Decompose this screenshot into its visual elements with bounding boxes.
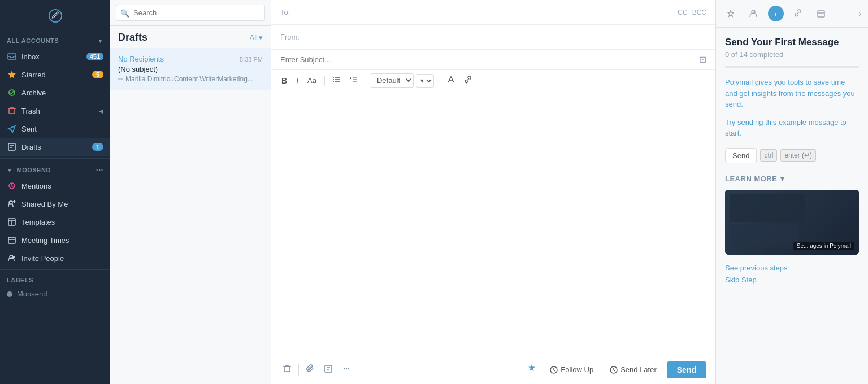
starred-label: Starred bbox=[21, 71, 92, 79]
inbox-badge: 451 bbox=[86, 53, 103, 60]
compose-body[interactable] bbox=[271, 91, 715, 355]
star-icon bbox=[7, 69, 17, 80]
link-button[interactable] bbox=[461, 73, 475, 88]
archive-icon bbox=[7, 88, 17, 98]
sidebar-item-shared-by-me[interactable]: Shared By Me bbox=[0, 195, 110, 213]
pin-panel-icon[interactable] bbox=[723, 6, 739, 21]
templates-label: Templates bbox=[21, 218, 103, 226]
trash-icon bbox=[7, 106, 17, 116]
svg-rect-20 bbox=[818, 11, 824, 17]
moosend-more-icon[interactable]: ··· bbox=[96, 165, 103, 174]
svg-point-15 bbox=[348, 368, 349, 369]
from-input[interactable] bbox=[309, 33, 706, 41]
pencil-icon: ✏ bbox=[118, 76, 123, 83]
panel-description: Polymail gives you tools to save time an… bbox=[725, 77, 859, 110]
bold-button[interactable]: B bbox=[278, 74, 290, 88]
attachment-button[interactable] bbox=[303, 362, 317, 378]
sidebar-item-meeting-times[interactable]: Meeting Times bbox=[0, 231, 110, 249]
labels-section-label: LABELS bbox=[7, 277, 33, 283]
video-thumbnail[interactable]: ▶ Se... ages in Polymail bbox=[725, 190, 859, 255]
sidebar-item-sent[interactable]: Sent bbox=[0, 120, 110, 138]
svg-rect-8 bbox=[8, 219, 15, 225]
sidebar-item-drafts[interactable]: Drafts 1 bbox=[0, 138, 110, 156]
sidebar-item-mentions[interactable]: Mentions bbox=[0, 177, 110, 195]
archive-label: Archive bbox=[21, 89, 103, 97]
sent-icon bbox=[7, 124, 17, 134]
svg-marker-2 bbox=[8, 71, 16, 78]
person-panel-icon[interactable] bbox=[745, 6, 761, 21]
all-accounts-label: ALL ACCOUNTS bbox=[7, 37, 59, 44]
ul-button[interactable] bbox=[329, 73, 344, 88]
divider-2 bbox=[0, 269, 110, 270]
mentions-label: Mentions bbox=[21, 182, 103, 190]
footer-sep-1 bbox=[298, 364, 299, 376]
learn-more-chevron: ▾ bbox=[780, 174, 785, 183]
starred-badge: 5 bbox=[92, 71, 103, 78]
search-bar-container: 🔍 bbox=[110, 0, 271, 26]
all-accounts-header[interactable]: ALL ACCOUNTS ▼ bbox=[0, 34, 110, 47]
send-later-button[interactable]: Send Later bbox=[604, 362, 662, 378]
sidebar-item-trash[interactable]: Trash ◀ bbox=[0, 102, 110, 120]
list-header: Drafts All ▾ bbox=[110, 26, 271, 48]
all-accounts-chevron: ▼ bbox=[98, 38, 103, 44]
learn-more-section: LEARN MORE ▾ ▶ Se... ages in Polymail bbox=[725, 174, 859, 255]
email-meta: No Recipients 5:33 PM bbox=[118, 55, 263, 63]
note-button[interactable] bbox=[322, 362, 335, 378]
collapse-right-panel-button[interactable]: › bbox=[858, 9, 861, 18]
bcc-button[interactable]: BCC bbox=[692, 8, 706, 16]
svg-rect-5 bbox=[8, 143, 15, 150]
cc-bcc-buttons: CC BCC bbox=[678, 8, 706, 16]
sidebar-item-starred[interactable]: Starred 5 bbox=[0, 66, 110, 84]
invite-people-label: Invite People bbox=[21, 254, 103, 263]
sidebar-item-invite-people[interactable]: Invite People bbox=[0, 249, 110, 267]
boost-button[interactable] bbox=[524, 361, 539, 378]
italic-button[interactable]: I bbox=[293, 74, 302, 88]
subject-input[interactable] bbox=[280, 55, 699, 64]
send-shortcut-label: Send bbox=[725, 148, 757, 163]
footer-right: Follow Up Send Later Send bbox=[524, 361, 706, 378]
see-previous-steps-link[interactable]: See previous steps bbox=[725, 264, 859, 272]
svg-rect-12 bbox=[325, 365, 332, 372]
ol-button[interactable] bbox=[346, 73, 361, 88]
compose-button[interactable] bbox=[44, 5, 67, 27]
svg-rect-4 bbox=[9, 108, 15, 114]
trash-arrow: ◀ bbox=[99, 108, 103, 114]
text-color-button[interactable] bbox=[444, 73, 458, 88]
drafts-label: Drafts bbox=[21, 143, 92, 151]
email-sender: No Recipients bbox=[118, 55, 164, 63]
send-button[interactable]: Send bbox=[667, 361, 706, 378]
info-panel-icon[interactable] bbox=[768, 6, 784, 21]
svg-rect-9 bbox=[8, 237, 15, 243]
meeting-times-label: Meeting Times bbox=[21, 236, 103, 245]
svg-point-13 bbox=[344, 368, 345, 369]
compose-area: To: CC BCC From: ⊡ B I Aa Default ▾ bbox=[271, 0, 715, 384]
calendar-panel-icon[interactable] bbox=[813, 6, 829, 21]
follow-up-button[interactable]: Follow Up bbox=[544, 362, 599, 378]
delete-draft-button[interactable] bbox=[280, 362, 294, 378]
all-filter-button[interactable]: All ▾ bbox=[250, 33, 263, 42]
more-options-button[interactable] bbox=[340, 362, 353, 378]
expand-icon[interactable]: ⊡ bbox=[699, 54, 706, 65]
right-panel: › Send Your First Message 0 of 14 comple… bbox=[715, 0, 868, 384]
font-size-button[interactable]: Aa bbox=[304, 74, 320, 87]
link-panel-icon[interactable] bbox=[791, 6, 806, 21]
sidebar-item-inbox[interactable]: Inbox 451 bbox=[0, 47, 110, 66]
font-family-select[interactable]: Default bbox=[371, 73, 414, 88]
drafts-icon bbox=[7, 142, 17, 152]
calendar-icon bbox=[7, 235, 17, 245]
email-subject: (No subject) bbox=[118, 65, 263, 73]
label-moosend[interactable]: Moosend bbox=[0, 286, 110, 302]
to-input[interactable] bbox=[309, 8, 678, 16]
font-size-select[interactable]: ▾ bbox=[416, 74, 434, 88]
cc-button[interactable]: CC bbox=[678, 8, 687, 16]
panel-cta: Try sending this example message to star… bbox=[725, 117, 859, 139]
compose-footer: Follow Up Send Later Send bbox=[271, 355, 715, 384]
send-shortcut: Send ctrl enter (↵) bbox=[725, 148, 859, 163]
search-input[interactable] bbox=[116, 5, 265, 21]
compose-subject-row: ⊡ bbox=[271, 50, 715, 70]
sidebar-item-archive[interactable]: Archive bbox=[0, 84, 110, 102]
skip-step-link[interactable]: Skip Step bbox=[725, 276, 859, 284]
email-list-item[interactable]: No Recipients 5:33 PM (No subject) ✏ Mar… bbox=[110, 48, 271, 90]
sidebar-item-templates[interactable]: Templates bbox=[0, 213, 110, 231]
inbox-icon bbox=[7, 51, 17, 62]
